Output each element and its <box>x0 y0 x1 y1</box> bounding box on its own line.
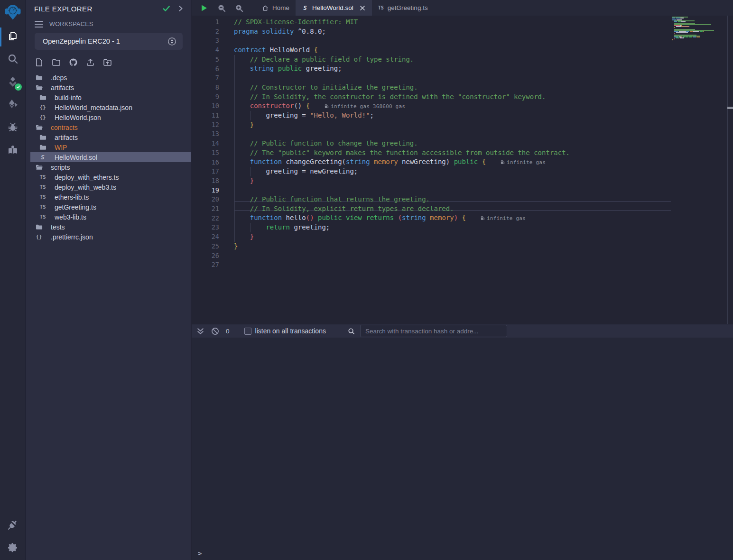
clear-console-icon[interactable] <box>211 327 219 335</box>
upload-folder-button[interactable] <box>103 58 116 68</box>
terminal-panel: 0 listen on all transactions > <box>192 324 733 560</box>
code-line: return greeting; <box>234 223 667 232</box>
tree-item-getGreeting.ts[interactable]: TSgetGreeting.ts <box>30 202 191 212</box>
tree-item-ethers-lib.ts[interactable]: TSethers-lib.ts <box>30 192 191 202</box>
workspaces-menu-icon[interactable] <box>35 21 43 28</box>
tree-item-deploy_with_web3.ts[interactable]: TSdeploy_with_web3.ts <box>30 182 191 192</box>
line-number: 20 <box>192 195 219 204</box>
transaction-search-input[interactable] <box>360 325 507 337</box>
tree-item-contracts[interactable]: contracts <box>30 122 191 132</box>
line-number: 25 <box>192 242 219 251</box>
activity-item-search[interactable] <box>0 48 26 71</box>
zoom-out-button[interactable] <box>217 4 226 12</box>
workspaces-label: WORKSPACES <box>49 21 93 28</box>
gas-estimate: infinite gas 368600 gas <box>324 103 405 110</box>
code-line: constructor() {infinite gas 368600 gas <box>234 101 667 111</box>
scrollbar-handle[interactable] <box>727 107 733 109</box>
compiled-check-badge <box>15 83 22 91</box>
line-number: 3 <box>192 36 219 46</box>
tree-item-HelloWorld_metadata.json[interactable]: {}HelloWorld_metadata.json <box>30 102 191 112</box>
tab-getGreeting.ts[interactable]: TSgetGreeting.ts <box>372 0 434 16</box>
code-line: // Public function that returns the gree… <box>234 195 667 204</box>
workspace-name: OpenZeppelin ERC20 - 1 <box>43 37 168 45</box>
json-file-icon: {} <box>36 234 42 240</box>
code-line: // In Solidity, explicit return types ar… <box>234 204 667 214</box>
tree-item-artifacts[interactable]: artifacts <box>30 132 191 142</box>
line-number: 5 <box>192 55 219 64</box>
minimap[interactable] <box>672 16 727 42</box>
remix-ide: FILE EXPLORER WORKSPACES OpenZeppelin ER… <box>0 0 733 560</box>
tree-item-HelloWorld.json[interactable]: {}HelloWorld.json <box>30 112 191 122</box>
close-tab-icon[interactable] <box>359 5 366 11</box>
plug-icon <box>7 519 19 532</box>
search-icon <box>7 53 19 66</box>
terminal-bar: 0 listen on all transactions <box>192 324 733 338</box>
code-line: greeting = newGreeting; <box>234 167 667 176</box>
new-file-button[interactable] <box>35 58 47 68</box>
code-line: } <box>234 232 667 242</box>
gas-pump-icon <box>480 215 487 221</box>
line-number: 7 <box>192 73 219 83</box>
clone-github-button[interactable] <box>69 58 82 68</box>
code-lines[interactable]: // SPDX-License-Identifier: MITpragma so… <box>234 18 667 270</box>
tree-item-.prettierrc.json[interactable]: {}.prettierrc.json <box>30 232 191 242</box>
line-number: 14 <box>192 139 219 148</box>
upload-folder-icon <box>103 58 112 69</box>
debugger-icon <box>7 121 19 135</box>
workspaces-row: WORKSPACES <box>35 21 93 28</box>
line-number: 18 <box>192 176 219 186</box>
tree-item-WIP[interactable]: WIP <box>30 142 191 152</box>
line-number: 12 <box>192 120 219 130</box>
editor-tab-bar: HomeSHelloWorld.solTSgetGreeting.ts <box>192 0 733 16</box>
panel-title: FILE EXPLORER <box>34 5 162 13</box>
upload-file-button[interactable] <box>86 58 99 68</box>
activity-item-file-explorer[interactable] <box>0 26 26 48</box>
code-line: // In Solidity, the constructor is defin… <box>234 92 667 102</box>
collapse-terminal-icon[interactable] <box>196 327 204 335</box>
new-folder-button[interactable] <box>52 58 65 68</box>
tree-item-build-info[interactable]: build-info <box>30 92 191 102</box>
check-icon <box>162 4 171 13</box>
tree-item-artifacts[interactable]: artifacts <box>30 83 191 92</box>
activity-item-solidity-compiler[interactable] <box>0 71 26 94</box>
code-line: // SPDX-License-Identifier: MIT <box>234 18 667 27</box>
gas-pump-icon <box>324 103 331 110</box>
activity-items <box>0 26 25 162</box>
tab-Home[interactable]: Home <box>256 0 296 16</box>
zoom-in-button[interactable] <box>235 4 243 12</box>
tree-item-web3-lib.ts[interactable]: TSweb3-lib.ts <box>30 212 191 222</box>
editor-body[interactable]: 1234567891011121314151617181920212223242… <box>192 16 733 324</box>
tree-item-tests[interactable]: tests <box>30 222 191 232</box>
chevron-right-icon[interactable] <box>177 5 184 12</box>
line-number: 8 <box>192 83 219 92</box>
github-icon <box>69 58 78 69</box>
tab-HelloWorld.sol[interactable]: SHelloWorld.sol <box>296 0 372 16</box>
listen-transactions-checkbox[interactable] <box>244 328 251 335</box>
code-line: greeting = "Hello, World!"; <box>234 111 667 120</box>
tree-item-scripts[interactable]: scripts <box>30 162 191 172</box>
run-script-button[interactable] <box>200 4 208 12</box>
editor-tabs: HomeSHelloWorld.solTSgetGreeting.ts <box>256 0 434 16</box>
activity-item-deploy-run[interactable] <box>0 94 26 117</box>
line-number: 2 <box>192 27 219 37</box>
tree-item-deploy_with_ethers.ts[interactable]: TSdeploy_with_ethers.ts <box>30 172 191 182</box>
line-number: 23 <box>192 223 219 232</box>
activity-item-debugger[interactable] <box>0 117 26 139</box>
tree-item-.deps[interactable]: .deps <box>30 73 191 83</box>
line-number: 15 <box>192 148 219 158</box>
activity-item-plugin-manager[interactable] <box>0 514 26 537</box>
code-line: // The "public" keyword makes the functi… <box>234 148 667 158</box>
line-number: 13 <box>192 129 219 139</box>
tree-item-HelloWorld.sol[interactable]: SHelloWorld.sol <box>30 152 191 162</box>
terminal-output[interactable]: > <box>192 338 733 560</box>
remix-logo[interactable] <box>0 0 26 26</box>
editor-scrollbar[interactable] <box>727 16 733 324</box>
typescript-file-icon: TS <box>39 174 46 180</box>
activity-item-settings[interactable] <box>0 537 26 560</box>
workspace-select[interactable]: OpenZeppelin ERC20 - 1 <box>35 33 183 50</box>
new-file-icon <box>35 58 44 69</box>
line-number: 22 <box>192 214 219 223</box>
activity-item-learneth[interactable] <box>0 139 26 162</box>
line-number: 6 <box>192 64 219 74</box>
code-line: } <box>234 242 667 251</box>
